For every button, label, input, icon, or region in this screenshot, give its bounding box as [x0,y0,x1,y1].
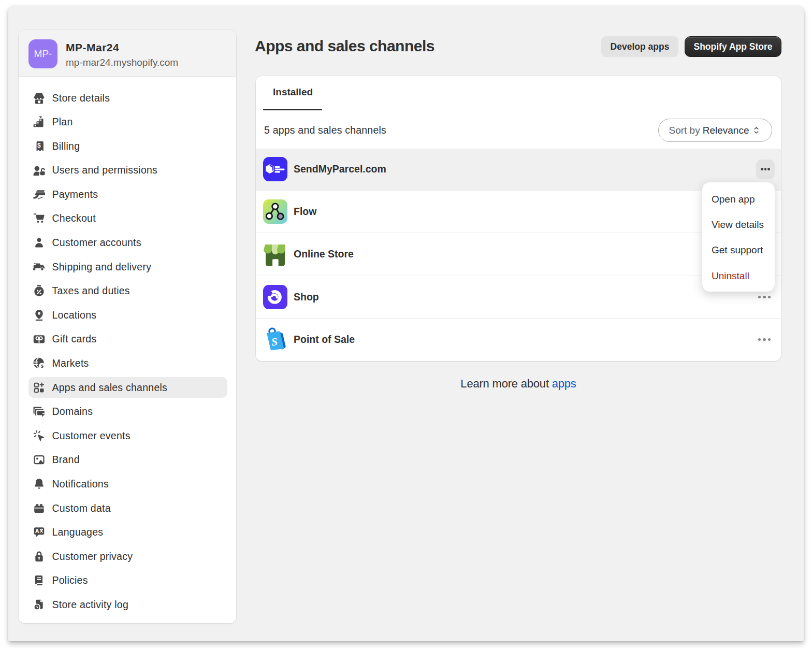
svg-text:$: $ [40,363,44,369]
svg-text:A: A [35,528,39,534]
svg-text:$: $ [37,142,41,149]
